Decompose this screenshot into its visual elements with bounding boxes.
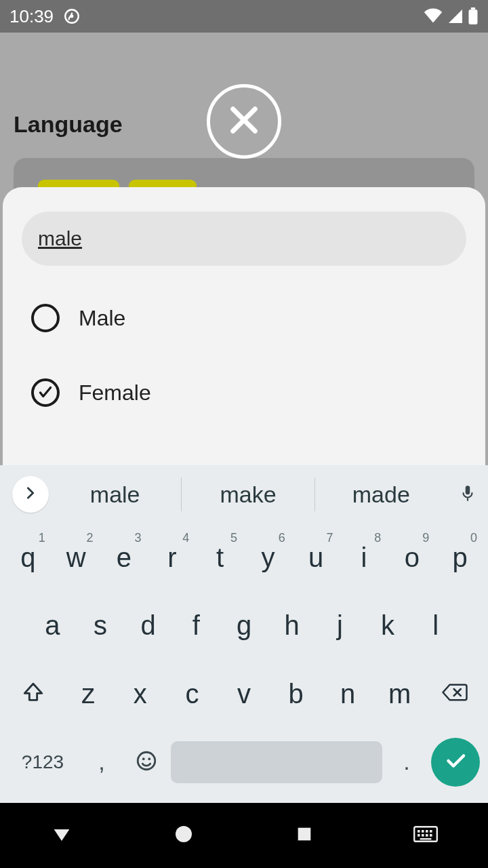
nav-home-button[interactable] — [173, 823, 195, 848]
triangle-down-icon — [50, 836, 73, 848]
key-b[interactable]: b — [270, 665, 322, 723]
key-d[interactable]: d — [124, 597, 172, 655]
key-row-4: ?123 , . — [4, 733, 484, 791]
svg-point-7 — [148, 757, 150, 760]
status-bar: 10:39 — [0, 0, 488, 33]
key-n[interactable]: n — [322, 665, 374, 723]
check-icon — [443, 749, 468, 776]
key-k[interactable]: k — [364, 597, 412, 655]
key-e[interactable]: e3 — [100, 528, 148, 587]
status-time: 10:39 — [9, 6, 54, 27]
key-g[interactable]: g — [220, 597, 268, 655]
suggestion-slots: male make made — [49, 477, 447, 511]
nav-bar — [0, 803, 488, 868]
key-h[interactable]: h — [268, 597, 316, 655]
option-male[interactable]: Male — [31, 304, 466, 332]
wifi-icon — [423, 8, 443, 24]
key-l[interactable]: l — [411, 597, 460, 655]
key-rows: q1 w2 e3 r4 t5 y6 u7 i8 o9 p0 a s d f g … — [0, 524, 488, 803]
key-j[interactable]: j — [316, 597, 364, 655]
svg-rect-18 — [430, 834, 432, 837]
key-o[interactable]: o9 — [388, 528, 436, 587]
option-label: Male — [79, 306, 125, 331]
svg-rect-11 — [418, 830, 420, 833]
cell-signal-icon — [447, 8, 464, 24]
backspace-key[interactable] — [426, 665, 484, 723]
voice-input-button[interactable] — [447, 483, 488, 506]
key-w[interactable]: w2 — [52, 528, 100, 587]
key-r[interactable]: r4 — [148, 528, 196, 587]
key-f[interactable]: f — [172, 597, 220, 655]
svg-rect-4 — [466, 486, 470, 494]
mic-icon — [459, 483, 476, 506]
search-value: male — [38, 227, 82, 250]
key-z[interactable]: z — [62, 665, 115, 723]
svg-rect-14 — [430, 830, 432, 833]
backspace-icon — [441, 682, 468, 706]
svg-rect-3 — [471, 7, 476, 9]
shift-icon — [22, 681, 45, 707]
key-s[interactable]: s — [77, 597, 125, 655]
key-c[interactable]: c — [166, 665, 218, 723]
dnd-icon — [63, 7, 81, 25]
key-u[interactable]: u7 — [292, 528, 340, 587]
svg-rect-15 — [418, 834, 420, 837]
svg-rect-19 — [420, 838, 432, 840]
svg-point-6 — [142, 757, 145, 760]
comma-key[interactable]: , — [81, 749, 122, 775]
svg-rect-12 — [422, 830, 424, 833]
period-key[interactable]: . — [386, 749, 427, 775]
key-t[interactable]: t5 — [196, 528, 244, 587]
key-row-2: a s d f g h j k l — [4, 597, 484, 655]
emoji-key[interactable] — [126, 749, 167, 775]
suggestion-row: male make made — [0, 465, 488, 524]
key-row-3: z x c v b n m — [4, 665, 484, 723]
svg-rect-16 — [422, 834, 424, 837]
key-a[interactable]: a — [28, 597, 77, 655]
option-label: Female — [79, 380, 151, 406]
key-v[interactable]: v — [218, 665, 270, 723]
svg-point-5 — [138, 752, 155, 770]
keyboard: male make made q1 w2 e3 r4 t5 y6 u7 i8 o… — [0, 465, 488, 803]
battery-icon — [468, 7, 479, 25]
screen: 10:39 Language — [0, 0, 488, 868]
nav-back-button[interactable] — [50, 823, 73, 848]
status-left: 10:39 — [9, 6, 81, 27]
close-button[interactable] — [207, 84, 281, 159]
emoji-icon — [135, 749, 158, 775]
key-p[interactable]: p0 — [436, 528, 484, 587]
key-i[interactable]: i8 — [340, 528, 388, 587]
symbols-key[interactable]: ?123 — [8, 751, 77, 773]
nav-keyboard-button[interactable] — [413, 825, 438, 846]
key-row-1: q1 w2 e3 r4 t5 y6 u7 i8 o9 p0 — [4, 528, 484, 587]
suggestion-1[interactable]: male — [49, 477, 182, 511]
key-y[interactable]: y6 — [244, 528, 292, 587]
circle-icon — [173, 835, 195, 847]
svg-rect-17 — [426, 834, 428, 837]
svg-rect-9 — [298, 828, 310, 841]
search-input[interactable]: male — [22, 212, 466, 266]
options-list: Male Female — [22, 304, 466, 407]
shift-key[interactable] — [4, 665, 62, 723]
suggestion-3[interactable]: made — [315, 477, 447, 511]
key-q[interactable]: q1 — [4, 528, 52, 587]
key-m[interactable]: m — [373, 665, 426, 723]
space-key[interactable] — [171, 741, 382, 783]
expand-suggestions-button[interactable] — [12, 476, 49, 513]
keyboard-icon — [413, 833, 438, 845]
suggestion-2[interactable]: make — [182, 477, 314, 511]
key-x[interactable]: x — [115, 665, 167, 723]
nav-recents-button[interactable] — [295, 825, 314, 846]
status-right — [423, 7, 479, 25]
chevron-right-icon — [23, 486, 38, 503]
svg-point-1 — [70, 15, 74, 18]
svg-rect-13 — [426, 830, 428, 833]
svg-point-8 — [176, 826, 192, 842]
close-icon — [225, 101, 263, 142]
radio-checked-icon — [31, 378, 60, 407]
svg-rect-2 — [469, 9, 478, 24]
square-icon — [295, 834, 314, 846]
radio-unchecked-icon — [31, 304, 60, 332]
enter-key[interactable] — [431, 738, 480, 787]
option-female[interactable]: Female — [31, 378, 466, 407]
